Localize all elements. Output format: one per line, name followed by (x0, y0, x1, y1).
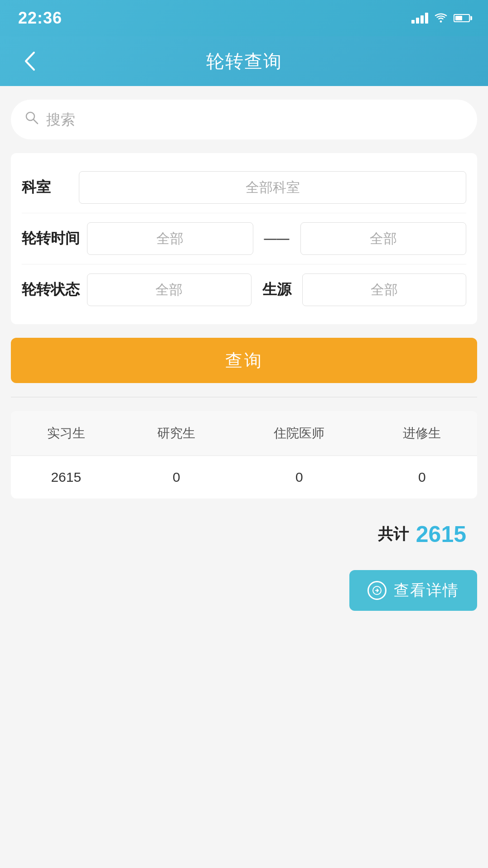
cell-advanced-count: 0 (367, 456, 477, 499)
status-bar: 22:36 (0, 0, 488, 36)
back-button[interactable] (18, 50, 41, 72)
filter-section: 科室 全部科室 轮转时间 全部 —— 全部 轮转状态 全部 生源 全部 (11, 153, 477, 324)
department-filter-row: 科室 全部科室 (22, 162, 466, 213)
total-summary: 共计 2615 (11, 512, 477, 556)
battery-icon (454, 14, 470, 22)
detail-icon (367, 581, 387, 600)
rotation-time-end-select[interactable]: 全部 (300, 222, 467, 255)
table-header-row: 实习生 研究生 住院医师 进修生 (11, 411, 477, 456)
status-icons (411, 13, 470, 24)
search-input[interactable] (46, 111, 464, 128)
section-divider (11, 397, 477, 398)
cell-resident-count: 0 (232, 456, 367, 499)
col-intern: 实习生 (11, 411, 121, 456)
time-separator: —— (261, 231, 293, 246)
query-button[interactable]: 查询 (11, 338, 477, 383)
signal-icon (411, 13, 428, 24)
detail-btn-container: 查看详情 (11, 570, 477, 624)
view-detail-button[interactable]: 查看详情 (349, 570, 477, 611)
total-label: 共计 (378, 524, 409, 545)
search-icon (24, 110, 39, 129)
status-time: 22:36 (18, 9, 62, 28)
rotation-status-select[interactable]: 全部 (87, 273, 251, 306)
search-bar[interactable] (11, 100, 477, 139)
page-title: 轮转查询 (206, 49, 282, 74)
results-section: 实习生 研究生 住院医师 进修生 2615 0 0 0 (11, 411, 477, 499)
detail-button-label: 查看详情 (394, 580, 459, 601)
results-table: 实习生 研究生 住院医师 进修生 2615 0 0 0 (11, 411, 477, 499)
svg-line-2 (34, 120, 38, 124)
col-resident: 住院医师 (232, 411, 367, 456)
department-label: 科室 (22, 177, 72, 197)
rotation-time-filter-row: 轮转时间 全部 —— 全部 (22, 213, 466, 264)
main-content: 科室 全部科室 轮转时间 全部 —— 全部 轮转状态 全部 生源 全部 (0, 86, 488, 638)
source-select[interactable]: 全部 (302, 273, 467, 306)
nav-bar: 轮转查询 (0, 36, 488, 86)
col-advanced: 进修生 (367, 411, 477, 456)
department-select[interactable]: 全部科室 (79, 171, 466, 204)
wifi-icon (435, 13, 447, 23)
table-row: 2615 0 0 0 (11, 456, 477, 499)
cell-intern-count: 2615 (11, 456, 121, 499)
source-label: 生源 (259, 280, 295, 300)
rotation-status-label: 轮转状态 (22, 280, 80, 300)
svg-point-0 (440, 20, 442, 23)
rotation-time-start-select[interactable]: 全部 (87, 222, 253, 255)
col-graduate: 研究生 (121, 411, 232, 456)
rotation-time-label: 轮转时间 (22, 229, 80, 249)
total-value: 2615 (416, 521, 466, 547)
rotation-status-filter-row: 轮转状态 全部 生源 全部 (22, 264, 466, 315)
cell-graduate-count: 0 (121, 456, 232, 499)
